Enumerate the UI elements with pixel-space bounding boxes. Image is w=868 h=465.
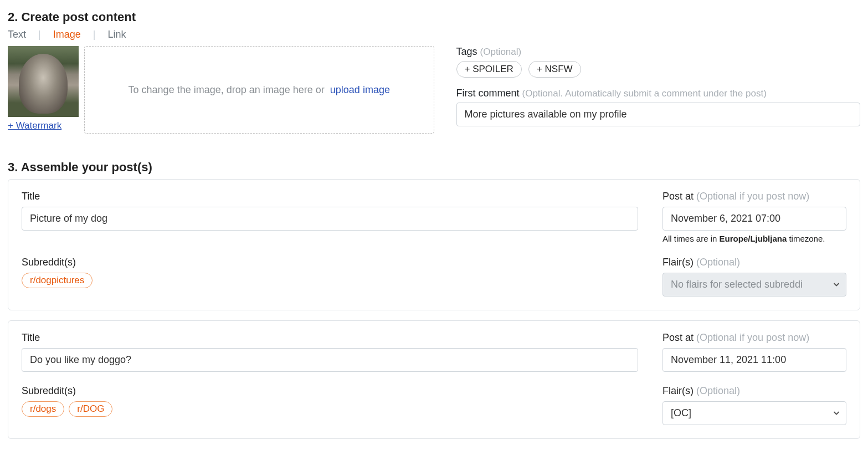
flair-select[interactable]: [OC] xyxy=(662,401,846,425)
postat-input[interactable] xyxy=(662,348,846,372)
title-label: Title xyxy=(22,332,638,344)
first-comment-input[interactable] xyxy=(456,103,861,126)
title-input[interactable] xyxy=(22,207,638,231)
flairs-label: Flair(s) (Optional) xyxy=(662,385,846,397)
subreddits-label: Subreddit(s) xyxy=(22,385,638,397)
post-card: TitlePost at (Optional if you post now)A… xyxy=(8,179,860,310)
tag-nsfw-button[interactable]: + NSFW xyxy=(528,61,581,78)
subreddits-label: Subreddit(s) xyxy=(22,257,638,268)
content-tabs: Text | Image | Link xyxy=(8,29,860,40)
uploaded-image-thumbnail[interactable] xyxy=(8,46,79,117)
subreddit-chips: r/dogpictures xyxy=(22,273,638,288)
section-2-title: 2. Create post content xyxy=(8,10,860,24)
tab-divider: | xyxy=(38,29,41,40)
subreddit-chip[interactable]: r/dogpictures xyxy=(22,273,93,288)
title-label: Title xyxy=(22,191,638,202)
postat-label: Post at (Optional if you post now) xyxy=(662,191,846,202)
add-watermark-link[interactable]: + Watermark xyxy=(8,120,61,131)
postat-label: Post at (Optional if you post now) xyxy=(662,332,846,344)
subreddit-chip[interactable]: r/DOG xyxy=(69,401,112,417)
subreddit-chip[interactable]: r/dogs xyxy=(22,401,64,417)
postat-input[interactable] xyxy=(662,207,846,231)
timezone-note: All times are in Europe/Ljubljana timezo… xyxy=(662,234,846,243)
tab-image[interactable]: Image xyxy=(53,29,81,40)
tags-label: Tags (Optional) xyxy=(456,46,861,58)
section-3-title: 3. Assemble your post(s) xyxy=(8,160,860,175)
tag-spoiler-button[interactable]: + SPOILER xyxy=(456,61,522,78)
title-input[interactable] xyxy=(22,348,638,372)
upload-image-link[interactable]: upload image xyxy=(330,84,390,95)
flair-select: No flairs for selected subreddi xyxy=(662,273,846,297)
tab-divider: | xyxy=(93,29,96,40)
image-dropzone[interactable]: To change the image, drop an image here … xyxy=(84,46,434,134)
tab-link[interactable]: Link xyxy=(107,29,126,40)
tab-text[interactable]: Text xyxy=(8,29,26,40)
post-card: TitlePost at (Optional if you post now)S… xyxy=(8,320,860,439)
first-comment-label: First comment (Optional. Automatically s… xyxy=(456,88,861,99)
flairs-label: Flair(s) (Optional) xyxy=(662,257,846,268)
subreddit-chips: r/dogsr/DOG xyxy=(22,401,638,417)
dropzone-text: To change the image, drop an image here … xyxy=(129,84,325,95)
